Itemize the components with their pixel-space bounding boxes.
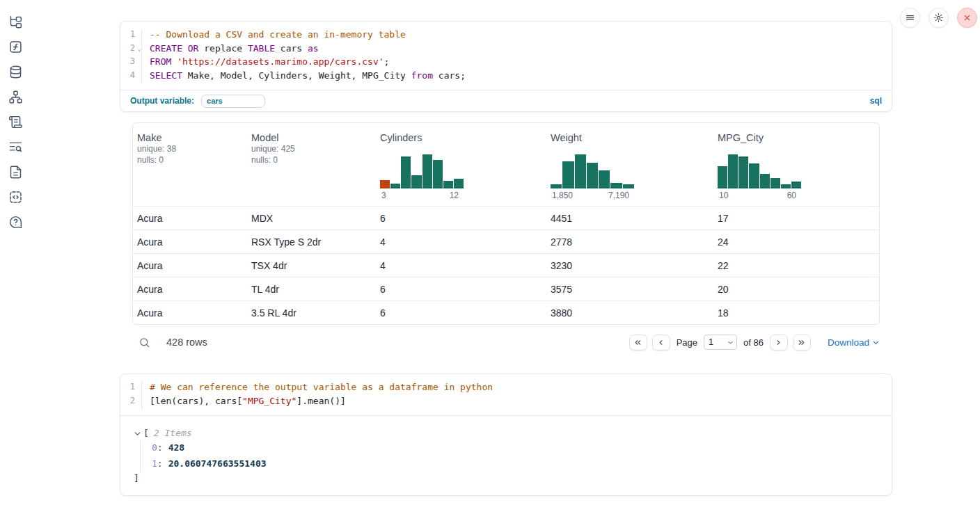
column-header-make[interactable]: Makeunique: 38nulls: 0 (133, 123, 247, 206)
sql-code-editor[interactable]: 12⌄34-- Download a CSV and create an in-… (120, 22, 892, 90)
pagination: Page 1 of 86 Download (629, 335, 880, 351)
line-number: 2 (120, 396, 141, 410)
chevron-down-icon (872, 339, 880, 346)
download-label: Download (828, 337, 869, 348)
code-line[interactable]: FROM 'https://datasets.marimo.app/cars.c… (150, 56, 466, 70)
list-entries: 0:4281:20.060747663551403 (140, 440, 892, 472)
page-total-label: of 86 (743, 337, 764, 348)
table-cell: Acura (133, 260, 247, 271)
histogram-bar (390, 184, 400, 188)
python-cell[interactable]: 12# We can reference the output variable… (120, 373, 892, 496)
table-row[interactable]: AcuraTSX 4dr4323022 (133, 253, 879, 277)
histogram-bar (770, 178, 780, 188)
column-title: Cylinders (380, 132, 546, 143)
histogram-bars (551, 152, 634, 188)
table-row[interactable]: Acura3.5 RL 4dr6388018 (133, 300, 879, 324)
histogram-bar (791, 182, 801, 188)
code-line[interactable]: [len(cars), cars["MPG_City"].mean()] (150, 396, 493, 410)
menu-button[interactable] (900, 8, 920, 28)
sql-cell[interactable]: 12⌄34-- Download a CSV and create an in-… (120, 21, 892, 112)
notebook-cells: 12⌄34-- Download a CSV and create an in-… (120, 21, 892, 496)
histogram-bar (728, 154, 738, 188)
chevrons-left-icon (633, 338, 642, 347)
code-token (182, 43, 188, 54)
column-header-model[interactable]: Modelunique: 425nulls: 0 (247, 123, 376, 206)
line-number-gutter: 12⌄34 (120, 29, 142, 83)
histogram-bar (575, 154, 586, 188)
table-row[interactable]: AcuraRSX Type S 2dr4277824 (133, 230, 879, 253)
scroll-icon[interactable] (8, 115, 23, 129)
table-cell: Acura (133, 213, 247, 224)
page-select-value: 1 (709, 337, 713, 347)
table-row[interactable]: AcuraTL 4dr6357520 (133, 277, 879, 300)
histogram-bar (562, 161, 574, 188)
column-title: Weight (551, 132, 713, 143)
help-icon[interactable] (8, 215, 23, 230)
page-select[interactable]: 1 (704, 335, 737, 350)
first-page-button[interactable] (629, 335, 647, 351)
entry-colon: : (157, 458, 163, 469)
table-cell: RSX Type S 2dr (247, 236, 376, 248)
column-stat: unique: 425 (251, 143, 376, 154)
row-count: 428 rows (166, 337, 207, 348)
python-output: [ 2 Items 0:4281:20.060747663551403 ] (120, 416, 892, 495)
column-title: Make (137, 132, 247, 143)
document-icon[interactable] (8, 165, 23, 179)
axis-tick-label: 7,190 (608, 191, 629, 200)
language-badge: sql (870, 96, 882, 106)
histogram-bar (749, 163, 759, 188)
close-button[interactable] (957, 8, 977, 28)
menu-icon (905, 13, 915, 23)
page-label: Page (677, 337, 697, 348)
table-cell: 24 (713, 236, 879, 248)
code-line[interactable]: # We can reference the output variable a… (150, 382, 493, 396)
column-header-weight[interactable]: Weight1,8507,190 (546, 123, 713, 206)
python-code-editor[interactable]: 12# We can reference the output variable… (120, 374, 892, 415)
histogram-axis-labels: 312 (380, 191, 464, 200)
code-token: OR (188, 43, 199, 54)
fold-chevron-icon[interactable]: ⌄ (138, 45, 141, 52)
table-header-row: Makeunique: 38nulls: 0Modelunique: 425nu… (133, 123, 879, 207)
table-cell: 17 (713, 213, 879, 224)
code-token: ].mean()] (297, 396, 345, 406)
settings-button[interactable] (928, 8, 949, 28)
previous-page-button[interactable] (652, 335, 670, 351)
code-line[interactable]: SELECT Make, Model, Cylinders, Weight, M… (150, 70, 466, 84)
column-title: MPG_City (718, 132, 879, 143)
entry-index: 0 (152, 442, 157, 453)
column-histogram: 312 (380, 152, 464, 200)
chevron-right-icon (774, 338, 783, 347)
column-header-mpg_city[interactable]: MPG_City1060 (713, 123, 879, 206)
last-page-button[interactable] (793, 335, 811, 351)
table-row[interactable]: AcuraMDX6445117 (133, 207, 879, 230)
column-header-cylinders[interactable]: Cylinders312 (376, 123, 546, 206)
file-tree-icon[interactable] (8, 15, 23, 29)
search-icon[interactable] (139, 337, 150, 348)
code-line[interactable]: -- Download a CSV and create an in-memor… (150, 29, 466, 43)
column-stat: nulls: 0 (137, 154, 247, 166)
snippet-icon[interactable] (8, 190, 23, 204)
code-token: 'https://datasets.marimo.app/cars.csv' (177, 56, 384, 67)
code-line[interactable]: CREATE OR replace TABLE cars as (150, 43, 466, 57)
download-button[interactable]: Download (828, 337, 880, 348)
axis-tick-label: 60 (787, 191, 796, 200)
table-cell: 4 (376, 260, 546, 271)
collapse-toggle-icon[interactable] (134, 429, 141, 437)
marimo-notebook: 12⌄34-- Download a CSV and create an in-… (0, 0, 980, 507)
search-list-icon[interactable] (8, 140, 23, 154)
axis-tick-label: 10 (719, 191, 728, 200)
histogram-bar (599, 170, 610, 188)
table-footer: 428 rows Page 1 of 86 (132, 332, 880, 352)
dependency-graph-icon[interactable] (8, 90, 23, 104)
database-icon[interactable] (8, 65, 23, 79)
output-variable-input[interactable] (201, 95, 265, 108)
function-icon[interactable] (8, 40, 23, 54)
histogram-bar (401, 156, 411, 188)
list-entry: 1:20.060747663551403 (152, 456, 892, 472)
histogram-bar (443, 181, 453, 188)
output-variable-label: Output variable: (130, 96, 194, 106)
table-cell: 3575 (546, 284, 713, 295)
table-cell: 6 (376, 307, 546, 319)
table-cell: TSX 4dr (247, 260, 376, 271)
next-page-button[interactable] (770, 335, 788, 351)
